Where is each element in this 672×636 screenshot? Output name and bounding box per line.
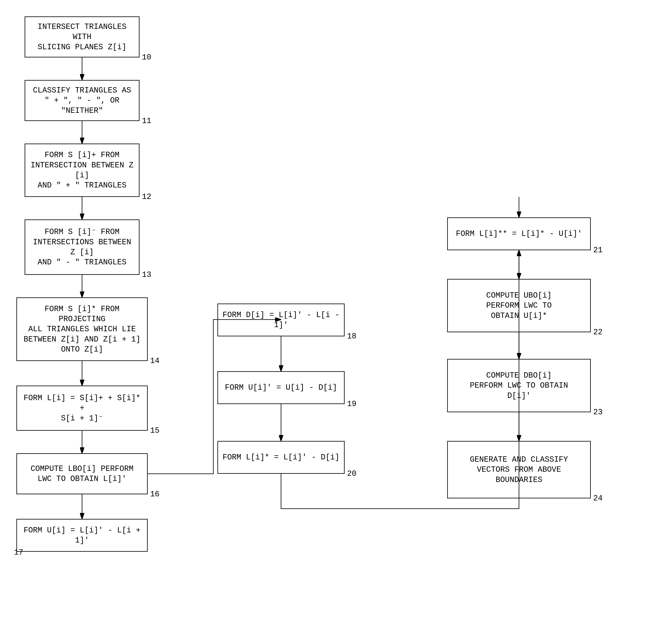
box-16: COMPUTE LBO[i] PERFORM LWC TO OBTAIN L[i…	[16, 453, 148, 494]
label-20: 20	[347, 469, 357, 478]
box-10: INTERSECT TRIANGLES WITH SLICING PLANES …	[25, 16, 139, 57]
label-19: 19	[347, 399, 357, 408]
box-11: CLASSIFY TRIANGLES AS " + ", " - ", OR "…	[25, 80, 139, 121]
box-22: COMPUTE UBO[i] PERFORM LWC TO OBTAIN U[i…	[447, 279, 591, 332]
label-18: 18	[347, 332, 357, 341]
label-14: 14	[150, 356, 160, 365]
label-15: 15	[150, 426, 160, 435]
flowchart: INTERSECT TRIANGLES WITH SLICING PLANES …	[0, 0, 672, 636]
box-15: FORM L[i] = S[i]+ + S[i]* + S[i + 1]⁻	[16, 385, 148, 431]
box-12: FORM S [i]+ FROM INTERSECTION BETWEEN Z …	[25, 143, 139, 197]
box-14: FORM S [i]* FROM PROJECTING ALL TRIANGLE…	[16, 297, 148, 361]
box-24: GENERATE AND CLASSIFY VECTORS FROM ABOVE…	[447, 441, 591, 498]
label-17: 17	[14, 548, 23, 557]
label-16: 16	[150, 490, 160, 499]
label-21: 21	[593, 246, 603, 255]
box-18: FORM D[i] = L[i]' - L[i - 1]'	[217, 303, 344, 336]
box-17: FORM U[i] = L[i]' - L[i + 1]'	[16, 519, 148, 552]
box-21: FORM L[i]** = L[i]* - U[i]'	[447, 217, 591, 250]
box-20: FORM L[i]* = L[i]' - D[i]	[217, 441, 344, 474]
label-22: 22	[593, 328, 603, 337]
label-13: 13	[142, 270, 151, 279]
box-13: FORM S [i]⁻ FROM INTERSECTIONS BETWEEN Z…	[25, 219, 139, 275]
label-10: 10	[142, 53, 151, 62]
label-24: 24	[593, 494, 603, 503]
label-11: 11	[142, 117, 151, 125]
box-19: FORM U[i]' = U[i] - D[i]	[217, 371, 344, 404]
label-23: 23	[593, 408, 603, 417]
label-12: 12	[142, 192, 151, 201]
box-23: COMPUTE DBO[i] PERFORM LWC TO OBTAIN D[i…	[447, 359, 591, 412]
